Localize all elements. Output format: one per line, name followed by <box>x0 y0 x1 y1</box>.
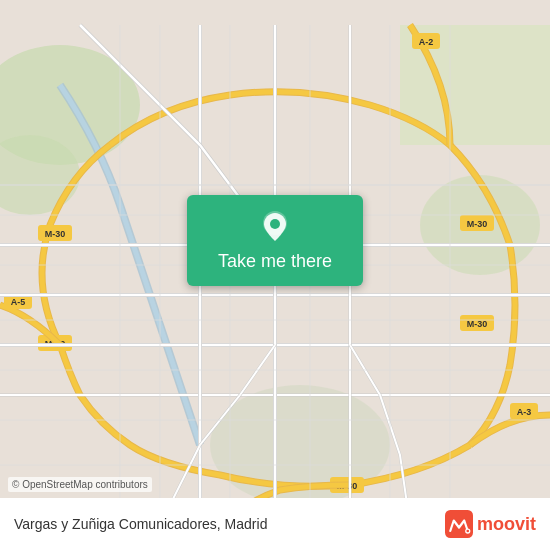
location-pin-icon <box>257 209 293 245</box>
moovit-icon <box>445 510 473 538</box>
moovit-logo: moovit <box>445 510 536 538</box>
take-me-there-label: Take me there <box>218 251 332 272</box>
svg-text:A-2: A-2 <box>419 37 434 47</box>
svg-text:M-30: M-30 <box>467 219 488 229</box>
bottom-bar: Vargas y Zuñiga Comunicadores, Madrid mo… <box>0 498 550 550</box>
location-info: Vargas y Zuñiga Comunicadores, Madrid <box>14 516 267 532</box>
location-name: Vargas y Zuñiga Comunicadores, Madrid <box>14 516 267 532</box>
map-attribution: © OpenStreetMap contributors <box>8 477 152 492</box>
svg-text:M-30: M-30 <box>45 229 66 239</box>
svg-text:A-3: A-3 <box>517 407 532 417</box>
svg-text:A-5: A-5 <box>11 297 26 307</box>
take-me-there-button[interactable]: Take me there <box>187 195 363 286</box>
moovit-text: moovit <box>477 514 536 535</box>
svg-point-56 <box>466 530 469 533</box>
svg-rect-54 <box>445 510 473 538</box>
map-container: M-30 M-30 M-30 M-30 M-30 A-2 A-5 A-3 M-4… <box>0 0 550 550</box>
svg-point-53 <box>270 219 280 229</box>
